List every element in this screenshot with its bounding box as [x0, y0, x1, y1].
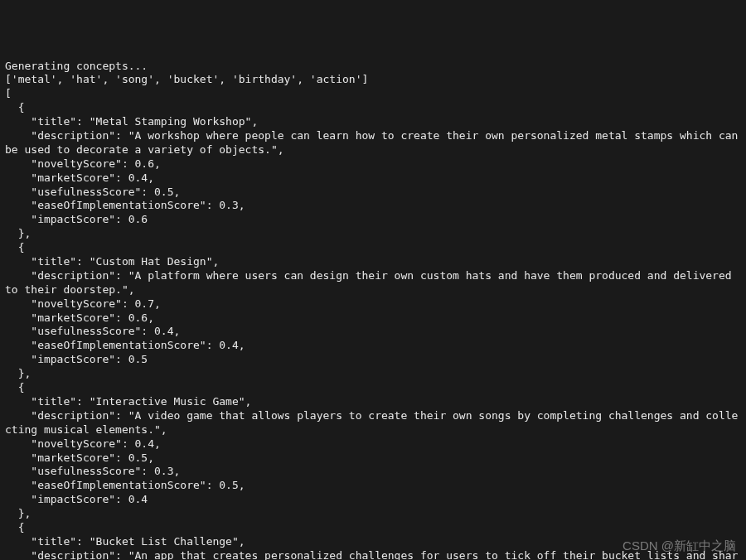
- terminal-output: Generating concepts... ['metal', 'hat', …: [5, 60, 741, 560]
- header-line: Generating concepts...: [5, 60, 148, 72]
- json-entries: { "title": "Metal Stamping Workshop", "d…: [5, 101, 744, 560]
- concepts-array: ['metal', 'hat', 'song', 'bucket', 'birt…: [5, 73, 368, 85]
